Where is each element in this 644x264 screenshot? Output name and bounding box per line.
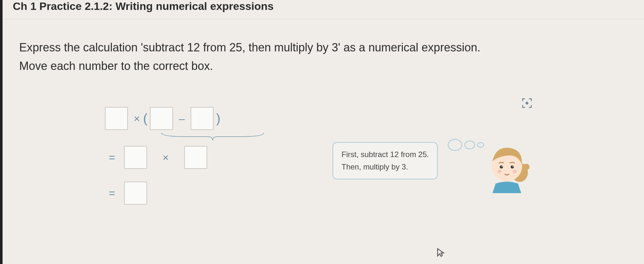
window-edge [0,0,3,264]
hint-line-1: First, subtract 12 from 25. [342,148,429,161]
question-text: Express the calculation 'subtract 12 fro… [19,38,625,75]
hint-line-2: Then, multiply by 3. [342,161,429,173]
drop-box-minuend[interactable] [150,107,173,130]
equals-symbol-1: = [102,151,115,164]
svg-point-4 [500,165,503,169]
times-symbol: × [134,112,140,125]
svg-point-2 [523,164,530,170]
content-area: Express the calculation 'subtract 12 fro… [0,19,644,205]
bubble-small-icon [477,142,484,148]
bubble-medium-icon [464,140,475,149]
question-line-2: Move each number to the correct box. [19,57,625,75]
drop-box-subtrahend[interactable] [191,107,214,130]
svg-point-5 [511,165,514,169]
work-area: × ( – ) = × = First, subtract 1 [102,107,550,205]
expression-row-3: = [102,182,550,205]
avatar [486,142,531,193]
svg-point-8 [498,170,501,173]
svg-point-0 [526,102,528,104]
drop-box-factor-b[interactable] [184,146,207,169]
times-symbol-2: × [162,151,169,164]
drop-box-factor-a[interactable] [124,146,147,169]
drop-box-result[interactable] [124,182,147,205]
header-bar: Ch 1 Practice 2.1.2: Writing numerical e… [0,0,644,19]
equals-symbol-2: = [102,187,115,200]
hint-bubble: First, subtract 12 from 25. Then, multip… [333,142,438,179]
svg-point-6 [502,166,503,167]
expression-row-1: × ( – ) [102,107,550,130]
cursor-icon [436,247,446,258]
question-line-1: Express the calculation 'subtract 12 fro… [19,38,625,57]
svg-point-9 [513,170,517,173]
minus-symbol: – [179,112,185,125]
open-paren: ( [143,111,147,126]
page-title: Ch 1 Practice 2.1.2: Writing numerical e… [13,0,631,12]
grouping-brace-icon [160,132,265,141]
drop-box-multiplier[interactable] [105,107,128,130]
bubble-large-icon [448,139,462,151]
close-paren: ) [216,111,220,126]
thought-bubbles-icon [448,139,484,151]
svg-point-7 [513,166,514,167]
